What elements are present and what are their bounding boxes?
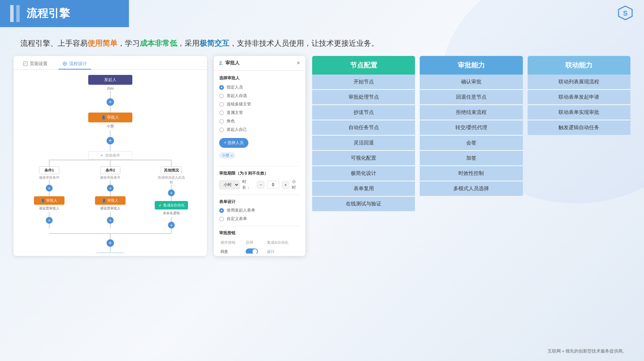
feature-item-confirm-approve[interactable]: 确认审批 bbox=[420, 75, 523, 90]
feature-item-link-list[interactable]: 联动列表展现流程 bbox=[528, 75, 630, 90]
radio-dot-initiator bbox=[219, 94, 224, 98]
approve-table-header-row: 操作按钮 启用 集成&自动化 bbox=[219, 239, 300, 246]
duration-value[interactable]: 0 bbox=[267, 181, 279, 189]
feature-item-add-sign[interactable]: 加签 bbox=[420, 151, 523, 166]
connector1 bbox=[110, 92, 111, 98]
add-node-btn1[interactable]: + bbox=[107, 98, 114, 106]
feature-item-trigger-auto[interactable]: 触发逻辑自动任务 bbox=[528, 120, 630, 135]
radio-label-role: 角色 bbox=[227, 118, 235, 124]
modal-title: 审批人 bbox=[225, 60, 240, 66]
branch3: 其他情况 其他情况进入此流程 + ⚡ 集成&自动化 未命名逻辑 + bbox=[141, 160, 202, 233]
tab-flow-design[interactable]: 流程设计 bbox=[58, 59, 91, 69]
time-row: 小时 时长： − 0 + 小时 bbox=[219, 179, 300, 190]
radio-direct-manager[interactable]: 直属主管 bbox=[219, 110, 300, 116]
feature-item-time-control[interactable]: 时效性控制 bbox=[420, 166, 523, 181]
footer-text: 互联网＋领先的创新型技术服务提供商。 bbox=[548, 348, 627, 354]
modal-header: 2. 审批人 × bbox=[214, 56, 305, 71]
radio-initiator-choose[interactable]: 发起人自选 bbox=[219, 93, 300, 99]
form-dot-initiator bbox=[219, 208, 224, 213]
feature-item-transfer[interactable]: 转交/委托代理 bbox=[420, 120, 523, 136]
branch1-approver[interactable]: 👤 审批人 bbox=[34, 196, 64, 205]
branch2-approver[interactable]: 👤 审批人 bbox=[95, 196, 126, 205]
tag-remove-icon[interactable]: × bbox=[231, 154, 233, 158]
approve-toggle-agree[interactable] bbox=[244, 246, 266, 254]
branches-row: 条件1 修改审批条件 + 👤 审批人 请设置审批人 + bbox=[19, 160, 202, 233]
branch3-plus[interactable]: + bbox=[168, 189, 175, 196]
branch2-plus[interactable]: + bbox=[107, 185, 114, 192]
feature-item-reject-end[interactable]: 拒绝结束流程 bbox=[420, 105, 523, 120]
radio-dot-multi bbox=[219, 102, 224, 107]
duration-label-text: 时长： bbox=[242, 179, 254, 190]
feature-item-flexible-back[interactable]: 灵活回退 bbox=[312, 136, 415, 151]
b3-plus2[interactable]: + bbox=[168, 222, 175, 228]
branch3-sub: 其他情况进入此流程 bbox=[158, 175, 185, 185]
b3-auto-sub: 未命名逻辑 bbox=[163, 211, 180, 216]
footer: 互联网＋领先的创新型技术服务提供商。 bbox=[548, 348, 627, 354]
feature-item-cc[interactable]: 抄送节点 bbox=[312, 105, 415, 120]
form-radio-initiator[interactable]: 使用发起人表单 bbox=[219, 207, 300, 213]
feature-item-auto-task[interactable]: 自动任务节点 bbox=[312, 120, 415, 136]
add-condition-btn[interactable]: + 添加条件 bbox=[88, 151, 132, 160]
approve-buttons-table: 操作按钮 启用 集成&自动化 同意 设计 拒绝 设计 bbox=[219, 239, 300, 254]
approve-design-agree[interactable]: 设计 bbox=[266, 246, 300, 254]
feature-item-visual-config[interactable]: 可视化配置 bbox=[312, 151, 415, 166]
design-link-agree[interactable]: 设计 bbox=[267, 249, 274, 254]
branch1-header[interactable]: 条件1 bbox=[39, 166, 59, 174]
feature-item-countersign[interactable]: 会签 bbox=[420, 136, 523, 151]
feature-item-simple-design[interactable]: 极简化设计 bbox=[312, 166, 415, 181]
branch1-plus[interactable]: + bbox=[46, 185, 53, 192]
toggle-agree-on[interactable] bbox=[246, 248, 258, 254]
initiator-name: ziyu bbox=[107, 86, 114, 90]
branch3-auto[interactable]: ⚡ 集成&自动化 bbox=[155, 201, 188, 209]
feature-item-multi-mode[interactable]: 多模式人员选择 bbox=[420, 181, 523, 196]
radio-multi-manager[interactable]: 连续多级主管 bbox=[219, 101, 300, 107]
initiator-node[interactable]: 发起人 bbox=[88, 75, 132, 85]
feature-item-online-test[interactable]: 在线测试与验证 bbox=[312, 197, 415, 211]
feature-item-approve-process[interactable]: 审批处理节点 bbox=[312, 90, 415, 105]
end-plus[interactable]: + bbox=[107, 239, 114, 247]
col-header-name: 操作按钮 bbox=[219, 239, 244, 246]
radio-role[interactable]: 角色 bbox=[219, 118, 300, 124]
feature-item-back-any-node[interactable]: 回退任意节点 bbox=[420, 90, 523, 105]
approver1-name: 小慧 bbox=[107, 124, 114, 129]
deadline-section-title: 审批期限（为 0 则不生效） bbox=[219, 171, 300, 176]
selected-person-tag[interactable]: 小慧 × bbox=[219, 152, 235, 159]
tab-page-settings[interactable]: 页面设置 bbox=[19, 59, 52, 69]
form-radio-custom[interactable]: 自定义表单 bbox=[219, 216, 300, 222]
subtitle-mid2: ，采用 bbox=[177, 39, 200, 47]
branch2-header[interactable]: 条件2 bbox=[100, 166, 120, 174]
subtitle-highlight2: 成本非常低 bbox=[140, 39, 177, 47]
radio-dot-specified bbox=[219, 85, 224, 90]
form-radio-group: 使用发起人表单 自定义表单 bbox=[219, 207, 300, 222]
radio-dot-direct bbox=[219, 111, 224, 115]
subtitle-suffix: ，支持非技术人员使用，让技术更接近业务。 bbox=[229, 39, 379, 47]
b2-plus2[interactable]: + bbox=[107, 217, 114, 224]
branch3-header[interactable]: 其他情况 bbox=[161, 166, 182, 174]
approver-radio-group: 指定人员 发起人自选 连续多级主管 直属主管 角色 bbox=[219, 84, 300, 133]
time-unit-select[interactable]: 小时 bbox=[219, 180, 240, 189]
duration-minus-btn[interactable]: − bbox=[257, 181, 264, 188]
radio-specified[interactable]: 指定人员 bbox=[219, 84, 300, 90]
duration-plus-btn[interactable]: + bbox=[282, 181, 289, 188]
add-node-btn2[interactable]: + bbox=[107, 137, 114, 144]
feature-item-start[interactable]: 开始节点 bbox=[312, 75, 415, 90]
feature-item-link-form-apply[interactable]: 联动表单发起申请 bbox=[528, 90, 630, 105]
radio-dot-self bbox=[219, 127, 224, 132]
radio-dot-role bbox=[219, 119, 224, 124]
b1-top-line bbox=[49, 160, 50, 166]
header-accent1 bbox=[10, 5, 14, 22]
modal-title-icon: 2. bbox=[219, 60, 223, 66]
radio-self[interactable]: 发起人自己 bbox=[219, 127, 300, 133]
b2-approver-sub: 请设置审批人 bbox=[100, 206, 120, 211]
radio-label-specified: 指定人员 bbox=[227, 84, 243, 90]
selected-tags: 小慧 × bbox=[219, 152, 300, 162]
connector4 bbox=[110, 144, 111, 151]
feature-item-link-form-approve[interactable]: 联动表单实现审批 bbox=[528, 105, 630, 120]
b1-plus2[interactable]: + bbox=[46, 217, 53, 224]
approver1-node[interactable]: 👤 审批人 bbox=[88, 113, 132, 122]
select-people-btn[interactable]: + 选择人员 bbox=[219, 138, 248, 148]
branch-container: 条件1 修改审批条件 + 👤 审批人 请设置审批人 + bbox=[19, 160, 202, 234]
modal-close-btn[interactable]: × bbox=[297, 60, 300, 66]
feature-item-form-reuse[interactable]: 表单复用 bbox=[312, 181, 415, 197]
approve-name-agree: 同意 bbox=[219, 246, 244, 254]
